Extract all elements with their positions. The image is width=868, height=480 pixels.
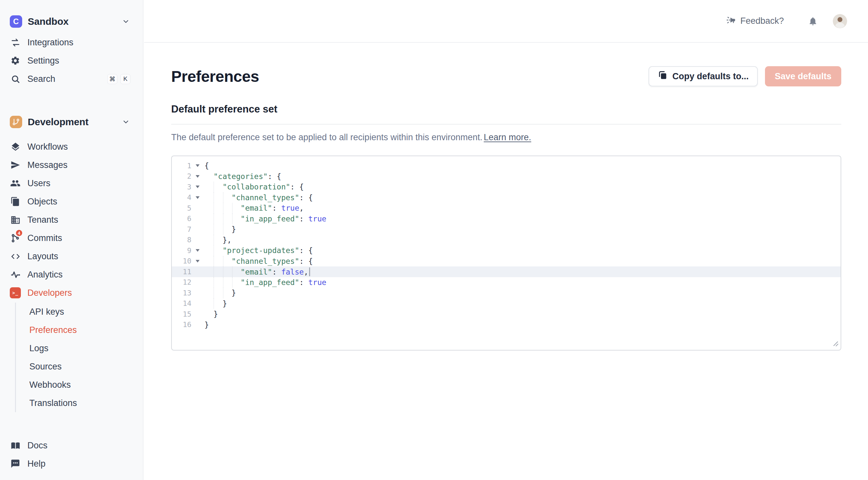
fold-spacer [191, 214, 205, 224]
sidebar-subitem-preferences[interactable]: Preferences [16, 321, 143, 339]
sidebar-item-messages[interactable]: Messages [0, 156, 143, 174]
line-number: 8 [172, 236, 191, 244]
feedback-button[interactable]: Feedback? [726, 15, 784, 27]
sidebar-item-commits[interactable]: 4Commits [0, 229, 143, 247]
line-number: 10 [172, 257, 191, 265]
sidebar-item-layouts[interactable]: Layouts [0, 247, 143, 265]
resize-handle-icon[interactable] [833, 340, 839, 348]
indent-guide [232, 277, 232, 288]
code-text: } [205, 225, 236, 234]
fold-toggle-icon[interactable] [191, 256, 205, 267]
developers-subnav: API keysPreferencesLogsSourcesWebhooksTr… [15, 303, 143, 412]
sidebar-item-label: Developers [27, 288, 72, 298]
workspace-name: Sandbox [28, 16, 68, 27]
fold-toggle-icon[interactable] [191, 192, 205, 203]
sidebar-item-analytics[interactable]: Analytics [0, 265, 143, 284]
section-divider [171, 124, 841, 125]
fold-toggle-icon[interactable] [191, 171, 205, 182]
indent-guide [214, 182, 214, 192]
topbar: Feedback? [144, 0, 868, 43]
sidebar-subitem-translations[interactable]: Translations [16, 394, 143, 412]
sidebar-environment-nav: WorkflowsMessagesUsersObjectsTenants4Com… [0, 138, 143, 302]
fold-toggle-icon[interactable] [191, 245, 205, 256]
environment-switcher[interactable]: Development [10, 115, 130, 129]
sidebar-item-developers[interactable]: >_Developers [0, 284, 143, 302]
line-number: 2 [172, 172, 191, 180]
sidebar-subitem-sources[interactable]: Sources [16, 357, 143, 376]
save-defaults-button[interactable]: Save defaults [765, 66, 841, 86]
fold-spacer [191, 224, 205, 235]
search-icon [10, 73, 21, 85]
sidebar-item-label: Search [27, 74, 56, 84]
search-shortcut: ⌘K [107, 74, 130, 84]
sidebar-item-label: Messages [27, 160, 67, 170]
line-number: 14 [172, 299, 191, 307]
editor-line-14: 14 } [172, 298, 841, 309]
fold-spacer [191, 203, 205, 214]
indent-guide [214, 245, 214, 256]
sidebar-item-label: Commits [27, 233, 62, 243]
sidebar-item-workflows[interactable]: Workflows [0, 138, 143, 156]
learn-more-link[interactable]: Learn more. [484, 132, 531, 142]
indent-guide [223, 224, 223, 235]
json-editor[interactable]: 1{2 "categories": {3 "collaboration": {4… [171, 155, 841, 351]
terminal-icon: >_ [10, 287, 21, 298]
indent-guide [214, 277, 214, 288]
code-text: } [205, 310, 218, 318]
line-number: 12 [172, 278, 191, 286]
sidebar-item-integrations[interactable]: Integrations [0, 33, 143, 52]
workspace-switcher[interactable]: C Sandbox [10, 14, 130, 29]
indent-guide [232, 266, 232, 277]
sidebar-item-label: Analytics [27, 270, 63, 280]
sidebar-subitem-webhooks[interactable]: Webhooks [16, 376, 143, 394]
users-icon [10, 178, 21, 189]
text-cursor [309, 267, 310, 276]
line-number: 3 [172, 183, 191, 191]
code-text: "email": true, [205, 204, 304, 212]
sidebar-item-search[interactable]: Search⌘K [0, 70, 143, 88]
sidebar-subitem-api-keys[interactable]: API keys [16, 303, 143, 321]
layouts-icon [10, 251, 21, 262]
avatar[interactable] [833, 14, 847, 28]
code-text: } [205, 299, 227, 308]
line-number: 6 [172, 215, 191, 223]
editor-line-16: 16} [172, 320, 841, 330]
line-number: 4 [172, 193, 191, 202]
indent-guide [223, 256, 223, 267]
indent-guide [214, 224, 214, 235]
fold-spacer [191, 298, 205, 309]
workspace-logo: C [10, 15, 22, 28]
workflows-icon [10, 141, 21, 152]
fold-toggle-icon[interactable] [191, 160, 205, 171]
code-text: "email": false, [205, 267, 310, 276]
line-number: 1 [172, 162, 191, 170]
sidebar-item-label: Workflows [27, 142, 68, 152]
sidebar-item-help[interactable]: Help [0, 455, 143, 473]
sidebar-item-tenants[interactable]: Tenants [0, 211, 143, 229]
sidebar-item-users[interactable]: Users [0, 174, 143, 192]
sidebar-item-label: Tenants [27, 215, 58, 225]
chevron-down-icon [122, 18, 130, 25]
notifications-bell-icon[interactable] [808, 16, 818, 26]
code-text: "collaboration": { [205, 183, 304, 191]
indent-guide [214, 214, 214, 224]
keycap: K [120, 74, 130, 84]
code-text: "categories": { [205, 172, 281, 181]
page-title: Preferences [171, 67, 259, 85]
section-description: The default preference set to be applied… [171, 132, 841, 143]
sidebar-subitem-logs[interactable]: Logs [16, 339, 143, 357]
sidebar-item-docs[interactable]: Docs [0, 436, 143, 455]
fold-toggle-icon[interactable] [191, 182, 205, 192]
sidebar-item-label: Users [27, 178, 51, 188]
sidebar-item-objects[interactable]: Objects [0, 192, 143, 211]
line-number: 11 [172, 268, 191, 276]
environment-name: Development [28, 116, 88, 127]
editor-line-13: 13 } [172, 288, 841, 298]
sidebar-item-settings[interactable]: Settings [0, 52, 143, 70]
copy-defaults-button[interactable]: Copy defaults to... [649, 66, 758, 86]
indent-guide [223, 266, 223, 277]
copy-icon [658, 70, 668, 83]
editor-line-5: 5 "email": true, [172, 203, 841, 214]
code-text: } [205, 321, 209, 329]
section-title: Default preference set [171, 103, 841, 115]
